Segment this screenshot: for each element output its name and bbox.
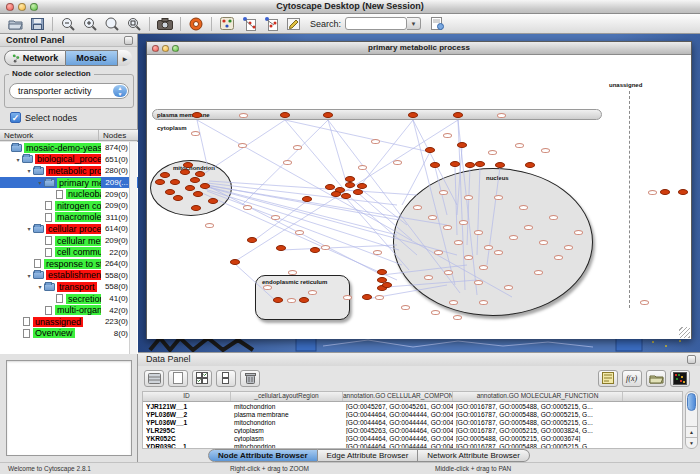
tree-row-cell-communicat[interactable]: cell communicat22(0) bbox=[0, 246, 138, 258]
network-node[interactable] bbox=[373, 250, 382, 255]
network-node[interactable] bbox=[574, 230, 583, 235]
network-node-selected[interactable] bbox=[160, 172, 170, 178]
table-row[interactable]: YJR121W__1mitochondrion[GO:0045267, GO:0… bbox=[143, 402, 682, 410]
network-node[interactable] bbox=[479, 265, 488, 270]
tree-scrollbar[interactable] bbox=[129, 142, 137, 354]
network-node-selected[interactable] bbox=[453, 112, 463, 118]
scroll-up-arrow[interactable]: ▲ bbox=[686, 426, 697, 437]
tab-network-attribute-browser[interactable]: Network Attribute Browser bbox=[418, 449, 529, 462]
network-node-selected[interactable] bbox=[192, 112, 202, 118]
network-node-selected[interactable] bbox=[155, 179, 165, 185]
tree-header-network[interactable]: Network bbox=[0, 130, 99, 140]
network-node-selected[interactable] bbox=[165, 189, 175, 195]
zoom-selected-icon[interactable] bbox=[124, 16, 144, 32]
network-node-selected[interactable] bbox=[382, 282, 392, 288]
network-node[interactable] bbox=[288, 270, 297, 275]
network-node-selected[interactable] bbox=[353, 189, 363, 195]
network-node-selected[interactable] bbox=[345, 176, 355, 182]
network-node[interactable] bbox=[534, 270, 543, 275]
network-node-selected[interactable] bbox=[475, 161, 485, 167]
disclosure-triangle[interactable]: ▾ bbox=[36, 179, 44, 186]
matrix-view-icon[interactable] bbox=[670, 370, 690, 387]
network-node[interactable] bbox=[243, 205, 252, 210]
network-node[interactable] bbox=[474, 230, 483, 235]
network-node[interactable] bbox=[428, 215, 437, 220]
tree-row-metabolic-process[interactable]: ▾metabolic process280(0) bbox=[0, 165, 138, 177]
network-node[interactable] bbox=[564, 245, 573, 250]
network-node-selected[interactable] bbox=[200, 183, 210, 189]
network-node-selected[interactable] bbox=[678, 189, 688, 195]
table-row[interactable]: YKR052Ccytoplasm[GO:0044464, GO:0044446,… bbox=[143, 434, 682, 442]
network-node[interactable] bbox=[484, 245, 493, 250]
network-node[interactable] bbox=[443, 133, 452, 138]
layout-a-icon[interactable] bbox=[239, 16, 259, 32]
network-node[interactable] bbox=[464, 255, 473, 260]
network-node-selected[interactable] bbox=[280, 112, 290, 118]
network-node[interactable] bbox=[504, 285, 513, 290]
network-node[interactable] bbox=[434, 250, 443, 255]
table-row[interactable]: YPL036W__2plasma membrane[GO:0044464, GO… bbox=[143, 410, 682, 418]
network-node-selected[interactable] bbox=[302, 196, 312, 202]
tree-row-overview[interactable]: Overview8(0) bbox=[0, 328, 138, 340]
network-node[interactable] bbox=[494, 250, 503, 255]
table-row[interactable]: YLR295Ccytoplasm[GO:0045263, GO:0044464,… bbox=[143, 426, 682, 434]
tab-edge-attribute-browser[interactable]: Edge Attribute Browser bbox=[318, 449, 419, 462]
help-lifesaver-icon[interactable] bbox=[186, 16, 206, 32]
select-columns-icon[interactable] bbox=[144, 370, 164, 387]
function-builder-icon[interactable]: f(x) bbox=[622, 370, 642, 387]
network-node[interactable] bbox=[321, 245, 330, 250]
network-node[interactable] bbox=[439, 190, 448, 195]
network-node[interactable] bbox=[375, 295, 384, 300]
network-node-selected[interactable] bbox=[170, 179, 180, 185]
network-node-selected[interactable] bbox=[430, 162, 440, 168]
network-node[interactable] bbox=[515, 143, 524, 148]
network-node[interactable] bbox=[205, 223, 214, 228]
table-row[interactable]: YDR039C__1mitochondrion[GO:0044464, GO:0… bbox=[143, 442, 682, 449]
network-node[interactable] bbox=[524, 225, 533, 230]
tree-row-macromolecule[interactable]: macromolecule311(0) bbox=[0, 212, 138, 224]
column-header-c3[interactable]: annotation.GO MOLECULAR_FUNCTION bbox=[453, 392, 623, 401]
network-node-selected[interactable] bbox=[191, 205, 201, 211]
network-node-selected[interactable] bbox=[273, 297, 283, 303]
new-attribute-icon[interactable] bbox=[168, 370, 188, 387]
network-node[interactable] bbox=[459, 220, 468, 225]
network-node-selected[interactable] bbox=[193, 191, 203, 197]
network-node[interactable] bbox=[554, 255, 563, 260]
zoom-fit-icon[interactable] bbox=[102, 16, 122, 32]
float-panel-icon[interactable] bbox=[687, 355, 696, 364]
network-canvas[interactable]: plasma membrane cytoplasm mitochondrion … bbox=[147, 55, 691, 339]
network-node-selected[interactable] bbox=[345, 182, 355, 188]
tab-node-attribute-browser[interactable]: Node Attribute Browser bbox=[208, 449, 318, 462]
network-node[interactable] bbox=[449, 300, 458, 305]
network-node[interactable] bbox=[287, 298, 296, 303]
network-node-selected[interactable] bbox=[525, 162, 535, 168]
network-node-selected[interactable] bbox=[276, 245, 286, 251]
network-node[interactable] bbox=[191, 131, 200, 136]
tree-row-nitrogen-compo[interactable]: nitrogen compo209(0) bbox=[0, 200, 138, 212]
disclosure-triangle[interactable]: ▾ bbox=[25, 272, 33, 279]
tab-overflow-arrow[interactable]: ▶ bbox=[118, 50, 132, 66]
network-node-selected[interactable] bbox=[331, 191, 341, 197]
network-node[interactable] bbox=[494, 195, 503, 200]
network-node[interactable] bbox=[358, 165, 367, 170]
birds-eye-view[interactable] bbox=[6, 360, 132, 456]
scroll-down-arrow[interactable]: ▼ bbox=[686, 437, 697, 448]
network-node-selected[interactable] bbox=[195, 171, 205, 177]
disclosure-triangle[interactable]: ▾ bbox=[25, 167, 33, 174]
tab-mosaic[interactable]: Mosaic bbox=[66, 50, 118, 66]
save-icon[interactable] bbox=[27, 16, 47, 32]
annotation-icon[interactable] bbox=[283, 16, 303, 32]
disclosure-triangle[interactable]: ▾ bbox=[14, 156, 22, 163]
network-node-selected[interactable] bbox=[230, 259, 240, 265]
snapshot-icon[interactable] bbox=[155, 16, 175, 32]
network-node[interactable] bbox=[308, 290, 317, 295]
network-node[interactable] bbox=[443, 225, 452, 230]
search-config-icon[interactable] bbox=[427, 16, 447, 32]
scrollbar-thumb[interactable] bbox=[687, 393, 696, 411]
select-attributes-icon[interactable] bbox=[192, 370, 212, 387]
tree-row-biological-process[interactable]: ▾biological_process651(0) bbox=[0, 154, 138, 166]
open-icon[interactable] bbox=[5, 16, 25, 32]
tree-row-response-to-stimulu[interactable]: response to stimulu264(0) bbox=[0, 258, 138, 270]
network-node[interactable] bbox=[497, 113, 506, 118]
network-node[interactable] bbox=[401, 305, 410, 310]
